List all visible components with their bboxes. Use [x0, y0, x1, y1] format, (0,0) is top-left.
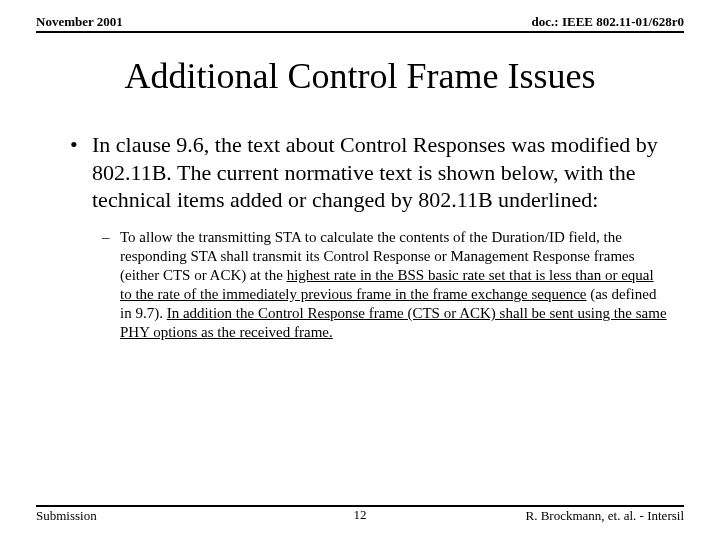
footer: Submission R. Brockmann, et. al. - Inter… — [36, 505, 684, 524]
bullet-level-2: – To allow the transmitting STA to calcu… — [70, 228, 674, 343]
bullet-text: In clause 9.6, the text about Control Re… — [92, 131, 674, 214]
bullet-text: To allow the transmitting STA to calcula… — [120, 228, 668, 343]
header-doc-id: doc.: IEEE 802.11-01/628r0 — [532, 14, 684, 30]
header: November 2001 doc.: IEEE 802.11-01/628r0 — [36, 14, 684, 33]
bullet-marker: • — [70, 131, 92, 214]
slide-title: Additional Control Frame Issues — [36, 55, 684, 97]
bullet-level-1: • In clause 9.6, the text about Control … — [70, 131, 674, 214]
body: • In clause 9.6, the text about Control … — [36, 131, 684, 343]
quote-underline-2: In addition the Control Response frame (… — [120, 305, 667, 340]
bullet-marker: – — [102, 228, 120, 343]
page-number: 12 — [36, 507, 684, 523]
header-date: November 2001 — [36, 14, 123, 30]
